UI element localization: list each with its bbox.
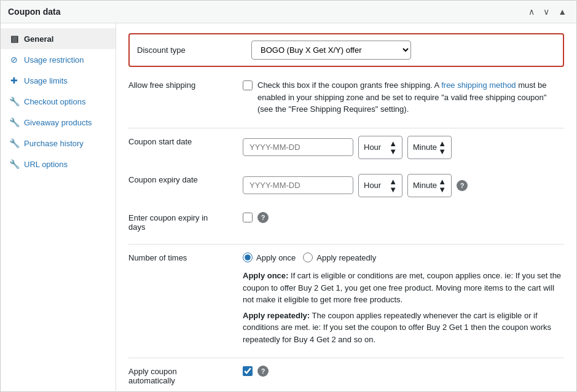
- free-shipping-content: Check this box if the coupon grants free…: [243, 79, 564, 116]
- sidebar-item-purchase-history[interactable]: 🔧 Purchase history: [1, 133, 116, 154]
- arrow-down: ▼: [438, 147, 446, 155]
- sidebar-item-giveaway-products-label: Giveaway products: [24, 118, 92, 127]
- coupon-start-minute-spinner[interactable]: Minute ▲ ▼: [407, 136, 452, 159]
- sidebar-item-checkout-options-label: Checkout options: [24, 97, 85, 106]
- sidebar-item-general-label: General: [24, 34, 53, 44]
- expiry-days-row: Enter coupon expiry in days ?: [128, 210, 564, 234]
- discount-type-select[interactable]: BOGO (Buy X Get X/Y) offer Percentage di…: [251, 41, 411, 60]
- coupon-expiry-minute-label: Minute: [413, 181, 437, 190]
- coupon-expiry-minute-spinner[interactable]: Minute ▲ ▼: [407, 174, 452, 197]
- apply-once-bold: Apply once:: [243, 271, 288, 280]
- coupon-expiry-hour-label: Hour: [364, 181, 381, 190]
- allow-free-shipping-row: Allow free shipping Check this box if th…: [128, 77, 564, 118]
- apply-coupon-label-line2: automatically: [128, 376, 175, 385]
- expiry-days-label: Enter coupon expiry in days: [128, 212, 233, 232]
- expiry-date-help-icon[interactable]: ?: [457, 180, 468, 191]
- discount-type-row: Discount type BOGO (Buy X Get X/Y) offer…: [128, 33, 564, 67]
- apply-repeatedly-text: Apply repeatedly: [316, 252, 376, 264]
- apply-repeatedly-description: Apply repeatedly: The coupon applies rep…: [243, 310, 564, 346]
- apply-coupon-automatically-content: ?: [243, 366, 269, 377]
- apply-description: Apply once: If cart is eligible or condi…: [243, 270, 564, 345]
- sidebar-item-general[interactable]: ▤ General: [1, 28, 116, 49]
- coupon-expiry-date-label: Coupon expiry date: [128, 174, 233, 184]
- minute-spinner-arrows: ▲ ▼: [438, 139, 446, 155]
- maximize-button[interactable]: ▲: [555, 6, 569, 18]
- general-icon: ▤: [9, 34, 19, 44]
- arrow-up: ▲: [438, 139, 446, 147]
- radio-group: Apply once Apply repeatedly: [243, 252, 564, 264]
- divider-3: [128, 358, 564, 358]
- number-of-times-content: Apply once Apply repeatedly Apply once: …: [243, 252, 564, 346]
- collapse-button[interactable]: ∧: [526, 6, 537, 18]
- expiry-days-help-icon[interactable]: ?: [257, 212, 269, 223]
- apply-once-text: Apply once: [256, 252, 296, 264]
- apply-once-description: Apply once: If cart is eligible or condi…: [243, 270, 564, 306]
- coupon-start-hour-spinner[interactable]: Hour ▲ ▼: [358, 136, 402, 159]
- apply-once-label[interactable]: Apply once: [243, 252, 296, 264]
- free-shipping-row-inner: Check this box if the coupon grants free…: [243, 79, 564, 116]
- free-shipping-label: Allow free shipping: [128, 79, 233, 90]
- hour-spinner-arrows: ▲ ▼: [389, 139, 397, 155]
- arrow-down: ▼: [389, 147, 397, 155]
- arrow-down: ▼: [438, 186, 446, 194]
- sidebar-item-checkout-options[interactable]: 🔧 Checkout options: [1, 91, 116, 112]
- free-shipping-method-link[interactable]: free shipping method: [441, 80, 516, 90]
- apply-coupon-automatically-row: Apply coupon automatically ?: [128, 363, 564, 388]
- sidebar-item-usage-restriction[interactable]: ⊘ Usage restriction: [1, 49, 116, 70]
- apply-once-radio[interactable]: [243, 253, 253, 262]
- coupon-start-hour-label: Hour: [364, 143, 381, 152]
- coupon-expiry-hour-spinner[interactable]: Hour ▲ ▼: [358, 174, 402, 197]
- window-title: Coupon data: [8, 7, 61, 17]
- usage-limits-icon: ✚: [9, 76, 19, 85]
- free-shipping-checkbox[interactable]: [243, 80, 253, 90]
- arrow-up: ▲: [389, 178, 397, 186]
- coupon-start-date-input[interactable]: [243, 138, 353, 156]
- sidebar: ▤ General ⊘ Usage restriction ✚ Usage li…: [1, 23, 116, 391]
- expiry-minute-spinner-arrows: ▲ ▼: [438, 178, 446, 194]
- free-shipping-text-before: Check this box if the coupon grants free…: [257, 80, 441, 90]
- usage-restriction-icon: ⊘: [9, 55, 19, 65]
- expiry-days-label-line1: Enter coupon expiry in: [128, 213, 208, 222]
- coupon-expiry-date-input[interactable]: [243, 176, 353, 194]
- apply-repeatedly-label[interactable]: Apply repeatedly: [303, 252, 376, 264]
- coupon-start-date-row: Coupon start date Hour ▲ ▼ Minute ▲: [128, 133, 564, 162]
- apply-repeatedly-radio[interactable]: [303, 253, 313, 262]
- sidebar-item-url-options-label: URL options: [24, 160, 68, 169]
- apply-coupon-automatically-checkbox[interactable]: [243, 366, 253, 376]
- number-of-times-label: Number of times: [128, 252, 233, 262]
- apply-coupon-help-icon[interactable]: ?: [257, 366, 269, 377]
- purchase-history-icon: 🔧: [9, 138, 19, 148]
- divider-1: [128, 128, 564, 128]
- coupon-start-date-label: Coupon start date: [128, 136, 233, 146]
- apply-coupon-automatically-label: Apply coupon automatically: [128, 366, 233, 385]
- coupon-expiry-date-row: Coupon expiry date Hour ▲ ▼ Minute ▲: [128, 171, 564, 200]
- sidebar-item-url-options[interactable]: 🔧 URL options: [1, 154, 116, 174]
- giveaway-products-icon: 🔧: [9, 117, 19, 127]
- coupon-data-window: Coupon data ∧ ∨ ▲ ▤ General ⊘ Usage rest…: [0, 0, 577, 392]
- expiry-hour-spinner-arrows: ▲ ▼: [389, 178, 397, 194]
- arrow-up: ▲: [438, 178, 446, 186]
- main-layout: ▤ General ⊘ Usage restriction ✚ Usage li…: [1, 23, 576, 391]
- content-area: Discount type BOGO (Buy X Get X/Y) offer…: [116, 23, 576, 391]
- apply-repeatedly-bold: Apply repeatedly:: [243, 311, 310, 320]
- sidebar-item-usage-restriction-label: Usage restriction: [24, 55, 84, 65]
- coupon-expiry-date-inputs: Hour ▲ ▼ Minute ▲ ▼ ?: [243, 174, 468, 197]
- window-controls: ∧ ∨ ▲: [526, 6, 569, 18]
- sidebar-item-giveaway-products[interactable]: 🔧 Giveaway products: [1, 112, 116, 133]
- number-of-times-row: Number of times Apply once Apply repeate…: [128, 249, 564, 348]
- arrow-up: ▲: [389, 139, 397, 147]
- checkout-options-icon: 🔧: [9, 96, 19, 106]
- apply-once-desc-text: If cart is eligible or conditions are me…: [243, 271, 561, 304]
- expiry-days-label-line2: days: [128, 222, 145, 232]
- sidebar-item-purchase-history-label: Purchase history: [24, 139, 84, 148]
- titlebar: Coupon data ∧ ∨ ▲: [1, 1, 576, 23]
- url-options-icon: 🔧: [9, 159, 19, 169]
- expand-button[interactable]: ∨: [541, 6, 552, 18]
- expiry-days-checkbox[interactable]: [243, 213, 253, 222]
- discount-type-label: Discount type: [137, 45, 241, 55]
- sidebar-item-usage-limits[interactable]: ✚ Usage limits: [1, 70, 116, 91]
- arrow-down: ▼: [389, 186, 397, 194]
- sidebar-item-usage-limits-label: Usage limits: [24, 76, 68, 85]
- coupon-start-date-inputs: Hour ▲ ▼ Minute ▲ ▼: [243, 136, 452, 159]
- apply-coupon-label-line1: Apply coupon: [128, 367, 177, 376]
